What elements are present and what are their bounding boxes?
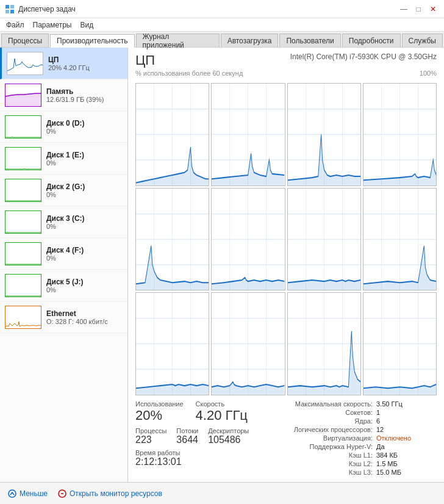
uptime-value: 2:12:13:01 xyxy=(135,456,266,467)
chevron-up-icon xyxy=(7,489,17,499)
disk2-title: Диск 2 (G:) xyxy=(46,182,123,191)
threads-block: Потоки 3644 xyxy=(176,427,198,445)
processes-block: Процессы 223 xyxy=(135,427,167,445)
tab-users[interactable]: Пользователи xyxy=(279,34,340,47)
menu-file[interactable]: Файл xyxy=(2,20,28,30)
cpu-cell-11 xyxy=(363,292,437,395)
sidebar-item-disk4[interactable]: Диск 4 (F:) 0% xyxy=(0,238,127,270)
cpu-cell-6 xyxy=(287,188,361,291)
sidebar-item-cpu[interactable]: ЦП 20% 4.20 ГГц xyxy=(0,48,127,79)
main-stats: Использование 20% Скорость 4.20 ГГц xyxy=(135,400,266,423)
tab-app-history[interactable]: Журнал приложений xyxy=(136,34,220,47)
close-button[interactable]: ✕ xyxy=(427,4,439,15)
open-monitor-label: Открыть монитор ресурсов xyxy=(70,489,162,498)
disk0-info: Диск 0 (D:) 0% xyxy=(46,119,123,135)
right-panel: ЦП Intel(R) Core(TM) i7-5930K CPU @ 3.50… xyxy=(128,48,444,482)
descriptors-value: 105486 xyxy=(208,434,249,445)
disk2-subtitle: 0% xyxy=(46,191,123,198)
sidebar-item-disk0[interactable]: Диск 0 (D:) 0% xyxy=(0,111,127,143)
info-key-logical: Логических процессоров: xyxy=(278,426,373,433)
descriptors-block: Дескрипторы 105486 xyxy=(208,427,249,445)
info-key-hyperv: Поддержка Hyper-V: xyxy=(278,443,373,450)
info-val-cores: 6 xyxy=(376,417,380,425)
svg-rect-8 xyxy=(5,148,41,170)
sidebar: ЦП 20% 4.20 ГГц Память 12.6/31.9 ГБ (39%… xyxy=(0,48,128,482)
bottom-bar: Меньше Открыть монитор ресурсов xyxy=(0,482,444,504)
sidebar-item-disk2[interactable]: Диск 2 (G:) 0% xyxy=(0,175,127,206)
disk5-subtitle: 0% xyxy=(46,286,123,293)
speed-block: Скорость 4.20 ГГц xyxy=(196,400,248,423)
ethernet-subtitle: О: 328 Г: 400 кбит/с xyxy=(46,318,123,325)
info-key-sockets: Сокетов: xyxy=(278,409,373,416)
maximize-button[interactable]: □ xyxy=(412,4,424,15)
main-content: ЦП 20% 4.20 ГГц Память 12.6/31.9 ГБ (39%… xyxy=(0,48,444,482)
tab-details[interactable]: Подробности xyxy=(342,34,401,47)
disk3-title: Диск 3 (C:) xyxy=(46,214,123,223)
info-val-logical: 12 xyxy=(376,426,384,433)
info-row-l2: Кэш L2: 1.5 МБ xyxy=(278,460,437,467)
svg-rect-11 xyxy=(5,243,41,265)
info-key-l3: Кэш L3: xyxy=(278,469,373,476)
sidebar-item-disk5[interactable]: Диск 5 (J:) 0% xyxy=(0,270,127,301)
disk2-thumbnail xyxy=(5,179,41,202)
info-key-virtualization: Виртуализация: xyxy=(278,434,373,442)
tab-bar: Процессы Производительность Журнал прило… xyxy=(0,32,444,48)
menu-bar: Файл Параметры Вид xyxy=(0,18,444,32)
tab-startup[interactable]: Автозагрузка xyxy=(221,34,279,47)
tab-processes[interactable]: Процессы xyxy=(1,34,49,47)
processes-value: 223 xyxy=(135,434,167,445)
info-row-l3: Кэш L3: 15.0 МБ xyxy=(278,469,437,476)
uptime-label: Время работы xyxy=(135,449,266,456)
menu-view[interactable]: Вид xyxy=(76,20,97,30)
panel-title: ЦП xyxy=(135,52,155,68)
sidebar-item-disk3[interactable]: Диск 3 (C:) 0% xyxy=(0,206,127,238)
cpu-subtitle: 20% 4.20 ГГц xyxy=(48,64,123,71)
left-stats: Использование 20% Скорость 4.20 ГГц Проц… xyxy=(135,400,266,477)
sidebar-item-ethernet[interactable]: Ethernet О: 328 Г: 400 кбит/с xyxy=(0,301,127,333)
info-val-l3: 15.0 МБ xyxy=(376,469,401,476)
menu-params[interactable]: Параметры xyxy=(29,20,76,30)
cpu-cell-5 xyxy=(211,188,285,291)
disk1-thumbnail xyxy=(5,147,41,170)
info-val-sockets: 1 xyxy=(376,409,380,416)
tab-performance[interactable]: Производительность xyxy=(50,34,134,48)
cpu-cell-1 xyxy=(211,83,285,186)
info-key-max-speed: Максимальная скорость: xyxy=(278,400,373,408)
info-row-max-speed: Максимальная скорость: 3.50 ГГц xyxy=(278,400,437,408)
info-row-hyperv: Поддержка Hyper-V: Да xyxy=(278,443,437,450)
disk2-info: Диск 2 (G:) 0% xyxy=(46,182,123,198)
speed-value: 4.20 ГГц xyxy=(196,408,248,423)
less-button[interactable]: Меньше xyxy=(7,489,48,499)
disk4-info: Диск 4 (F:) 0% xyxy=(46,246,123,262)
svg-rect-9 xyxy=(5,179,41,202)
info-row-l1: Кэш L1: 384 КБ xyxy=(278,452,437,459)
cpu-cell-3 xyxy=(363,83,437,186)
info-row-logical: Логических процессоров: 12 xyxy=(278,426,437,433)
svg-rect-4 xyxy=(7,52,43,75)
minimize-button[interactable]: — xyxy=(398,4,410,15)
sidebar-item-disk1[interactable]: Диск 1 (E:) 0% xyxy=(0,143,127,175)
disk3-subtitle: 0% xyxy=(46,223,123,230)
descriptors-label: Дескрипторы xyxy=(208,427,249,434)
disk5-title: Диск 5 (J:) xyxy=(46,278,123,286)
svg-rect-7 xyxy=(5,116,41,139)
open-monitor-button[interactable]: Открыть монитор ресурсов xyxy=(57,489,162,499)
cpu-cell-0 xyxy=(135,83,209,186)
memory-thumbnail xyxy=(5,84,41,107)
window-title: Диспетчер задач xyxy=(18,5,76,13)
svg-rect-1 xyxy=(10,5,14,9)
cpu-cell-2 xyxy=(287,83,361,186)
memory-subtitle: 12.6/31.9 ГБ (39%) xyxy=(46,96,123,103)
less-label: Меньше xyxy=(20,489,48,498)
tab-services[interactable]: Службы xyxy=(402,34,443,47)
title-bar: Диспетчер задач — □ ✕ xyxy=(0,0,444,18)
processes-label: Процессы xyxy=(135,427,167,434)
right-info: Максимальная скорость: 3.50 ГГц Сокетов:… xyxy=(278,400,437,477)
info-val-virtualization: Отключено xyxy=(376,434,411,442)
disk0-title: Диск 0 (D:) xyxy=(46,119,123,128)
cpu-grid xyxy=(135,83,437,395)
threads-label: Потоки xyxy=(176,427,198,434)
sidebar-item-memory[interactable]: Память 12.6/31.9 ГБ (39%) xyxy=(0,79,127,111)
title-bar-left: Диспетчер задач xyxy=(5,4,76,14)
disk3-thumbnail xyxy=(5,211,41,234)
